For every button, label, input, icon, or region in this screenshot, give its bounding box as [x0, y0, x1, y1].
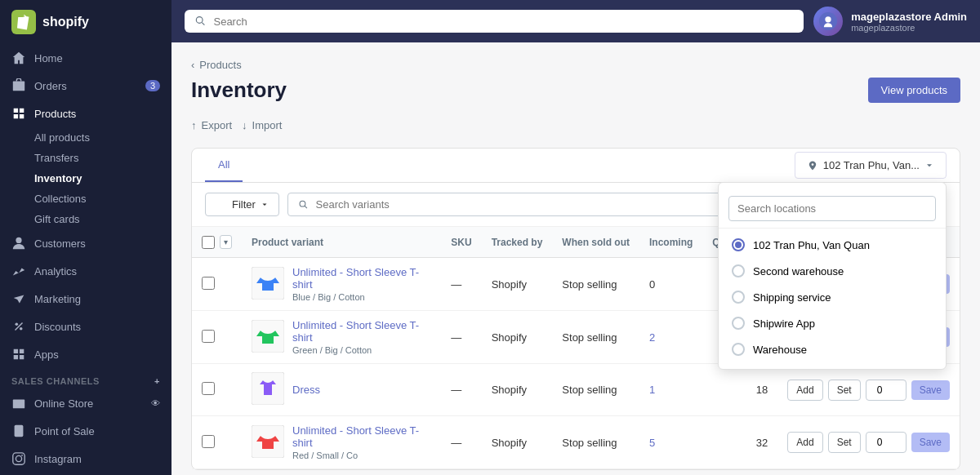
chevron-down-icon	[924, 161, 934, 171]
location-option-1[interactable]: 102 Tran Phu, Van Quan	[719, 232, 946, 258]
online-store-visibility-icon[interactable]: 👁	[151, 398, 160, 408]
save-button[interactable]: Save	[911, 433, 950, 452]
set-button[interactable]: Set	[828, 380, 861, 401]
sidebar-item-online-store[interactable]: Online Store 👁	[0, 389, 172, 417]
add-button[interactable]: Add	[787, 432, 822, 453]
select-all-checkbox[interactable]	[202, 236, 215, 249]
search-input[interactable]	[213, 16, 794, 28]
location-search-wrapper	[719, 189, 946, 229]
sidebar-products-label: Products	[34, 108, 76, 120]
shopify-logo-icon	[11, 10, 36, 34]
filter-button[interactable]: Filter	[205, 193, 279, 216]
sidebar-subitem-collections[interactable]: Collections	[0, 189, 172, 209]
actions-cell: Add Set Save	[777, 416, 960, 469]
location-dropdown: 102 Tran Phu, Van Quan Second warehouse …	[718, 182, 947, 370]
user-info: mageplazastore Admin mageplazastore	[851, 11, 967, 33]
sidebar-item-analytics[interactable]: Analytics	[0, 257, 172, 285]
sidebar-item-orders[interactable]: Orders 3	[0, 72, 172, 100]
product-name-link[interactable]: Unlimited - Short Sleeve T-shirt	[292, 319, 419, 344]
search-bar[interactable]	[185, 10, 804, 33]
row-checkbox[interactable]	[202, 330, 215, 343]
incoming-link[interactable]: 1	[649, 384, 655, 396]
incoming-cell: 1	[639, 364, 702, 416]
tracked-by-header: Tracked by	[482, 227, 553, 258]
sku-cell: —	[441, 258, 481, 311]
when-sold-out-cell: Stop selling	[552, 258, 639, 311]
location-option-5[interactable]: Warehouse	[719, 336, 946, 362]
sidebar-item-customers[interactable]: Customers	[0, 229, 172, 257]
sidebar-item-instagram[interactable]: Instagram	[0, 445, 172, 473]
sidebar-item-products[interactable]: Products	[0, 100, 172, 127]
row-checkbox[interactable]	[202, 382, 215, 395]
view-products-button[interactable]: View products	[868, 78, 960, 103]
product-name-link[interactable]: Unlimited - Short Sleeve T-shirt	[292, 424, 419, 449]
import-button[interactable]: ↓ Import	[242, 116, 282, 135]
svg-point-3	[20, 327, 23, 331]
incoming-link[interactable]: 5	[649, 437, 655, 449]
location-option-3[interactable]: Shipping service	[719, 284, 946, 310]
sidebar-instagram-label: Instagram	[34, 453, 82, 465]
sidebar-item-discounts[interactable]: Discounts	[0, 313, 172, 340]
when-sold-out-cell: Stop selling	[552, 311, 639, 364]
sidebar-item-apps[interactable]: Apps	[0, 340, 172, 368]
export-button[interactable]: ↑ Export	[191, 116, 232, 135]
set-button[interactable]: Set	[828, 432, 861, 453]
quantity-cell: 18	[702, 364, 777, 416]
product-thumbnail	[252, 425, 284, 460]
location-selector-wrapper: 102 Tran Phu, Van... 102 Tran Phu, Van Q…	[795, 152, 947, 179]
location-option-4[interactable]: Shipwire App	[719, 310, 946, 336]
table-row: Unlimited - Short Sleeve T-shirt Red / S…	[192, 416, 960, 469]
customers-icon	[11, 236, 26, 251]
sidebar-subitem-transfers[interactable]: Transfers	[0, 148, 172, 168]
location-selector[interactable]: 102 Tran Phu, Van...	[795, 152, 947, 179]
row-checkbox[interactable]	[202, 435, 215, 448]
quantity-input[interactable]	[866, 380, 906, 401]
product-name-link[interactable]: Dress	[292, 384, 320, 396]
sidebar-subitem-gift-cards[interactable]: Gift cards	[0, 209, 172, 229]
products-icon	[11, 106, 26, 121]
sidebar-item-home[interactable]: Home	[0, 44, 172, 72]
sales-channels-section: SALES CHANNELS +	[0, 368, 172, 389]
import-icon: ↓	[242, 119, 247, 131]
topbar: mageplazastore Admin mageplazastore	[172, 0, 980, 42]
checkbox-dropdown-btn[interactable]: ▾	[220, 235, 232, 249]
orders-badge: 3	[145, 80, 160, 91]
sidebar-subitem-all-products[interactable]: All products	[0, 127, 172, 148]
row-checkbox[interactable]	[202, 277, 215, 290]
actions-cell: Add Set Save	[777, 364, 960, 416]
filter-icon	[216, 199, 227, 211]
incoming-link[interactable]: 2	[649, 331, 655, 344]
sidebar-item-point-of-sale[interactable]: Point of Sale	[0, 417, 172, 445]
content-area: ‹ Products Inventory View products ↑ Exp…	[172, 42, 980, 475]
add-sales-channel-icon[interactable]: +	[154, 376, 160, 386]
inventory-card: All 102 Tran Phu, Van...	[191, 148, 960, 470]
user-menu[interactable]: mageplazastore Admin mageplazastore	[813, 7, 967, 36]
radio-unselected-icon-2	[732, 291, 745, 304]
location-option-2[interactable]: Second warehouse	[719, 258, 946, 284]
when-sold-out-header: When sold out	[552, 227, 639, 258]
save-button[interactable]: Save	[911, 380, 950, 400]
incoming-value: 0	[649, 278, 655, 291]
sidebar-discounts-label: Discounts	[34, 321, 81, 333]
product-cell: Unlimited - Short Sleeve T-shirt Green /…	[242, 311, 441, 364]
sidebar-customers-label: Customers	[34, 238, 86, 250]
sku-cell: —	[441, 416, 481, 469]
quantity-input[interactable]	[866, 432, 906, 453]
svg-point-1	[16, 238, 21, 243]
tab-all[interactable]: All	[205, 149, 243, 182]
location-search-input[interactable]	[728, 196, 936, 221]
product-name-link[interactable]: Unlimited - Short Sleeve T-shirt	[292, 266, 419, 291]
sidebar-pos-label: Point of Sale	[34, 425, 95, 437]
sidebar-home-label: Home	[34, 52, 63, 64]
sidebar-item-marketing[interactable]: Marketing	[0, 285, 172, 313]
svg-rect-0	[13, 82, 24, 91]
table-row: Dress — Shopify Stop selling 1 18 Add Se…	[192, 364, 960, 416]
export-icon: ↑	[191, 119, 197, 131]
radio-unselected-icon-3	[732, 317, 745, 330]
add-button[interactable]: Add	[787, 380, 822, 401]
sku-header: SKU	[441, 227, 481, 258]
breadcrumb[interactable]: ‹ Products	[191, 59, 960, 71]
sidebar-subitem-inventory[interactable]: Inventory	[0, 168, 172, 189]
product-thumbnail	[252, 267, 284, 302]
sidebar-logo[interactable]: shopify	[0, 0, 172, 44]
